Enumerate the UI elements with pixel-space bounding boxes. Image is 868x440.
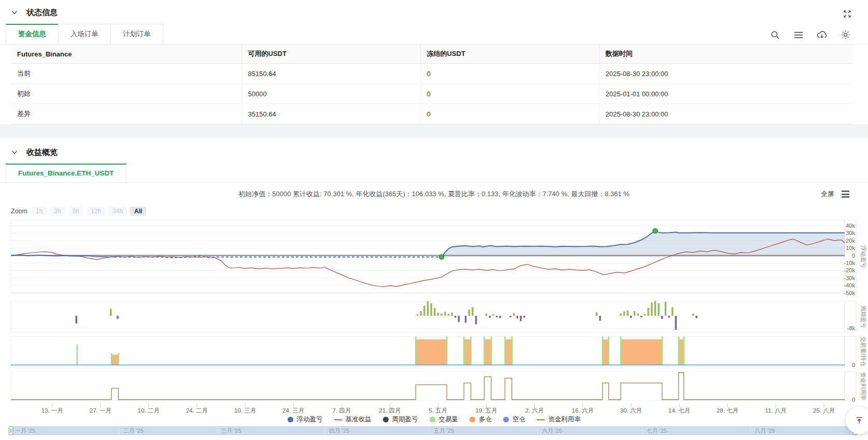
period-pnl-bar xyxy=(475,316,477,325)
x-tick-label: 7. 四月 xyxy=(332,407,351,414)
period-pnl-bar xyxy=(440,314,443,316)
x-tick-label: 24. 三月 xyxy=(282,407,304,414)
frozen-value: 0 xyxy=(420,64,599,84)
navigator-month-label: 七月 '25 xyxy=(646,428,666,434)
legend-dot-swatch xyxy=(503,417,509,422)
frozen-value: 0 xyxy=(420,104,599,124)
tab-fund-info[interactable]: 资金信息 xyxy=(6,24,59,44)
expand-icon[interactable] xyxy=(842,9,852,19)
period-pnl-bar xyxy=(647,308,649,316)
period-pnl-bar xyxy=(489,316,491,318)
zoom-12h[interactable]: 12h xyxy=(87,207,105,216)
tab-planned-orders[interactable]: 计划订单 xyxy=(110,24,163,44)
profit-chart[interactable]: 浮动盈亏周期盈亏交易量/持仓资金利用率40k30k20k10k0-10k-20k… xyxy=(0,206,868,440)
chart-legend: 浮动盈亏 基准收益 周期盈亏 交易量 多仓 空仓 资金利用率 xyxy=(0,415,868,424)
cloud-download-icon[interactable] xyxy=(817,30,827,40)
axis-title: 交易量/持仓 xyxy=(860,336,866,366)
menu-icon[interactable] xyxy=(793,30,804,40)
period-pnl-bar xyxy=(644,314,646,316)
y-tick-label: -30k xyxy=(844,275,856,281)
period-pnl-bar xyxy=(692,314,694,316)
y-tick-label: -20k xyxy=(844,267,856,273)
time-value: 2025-01-01 00:00:00 xyxy=(599,84,853,104)
zoom-24h[interactable]: 24h xyxy=(108,207,127,216)
period-pnl-bar xyxy=(468,310,471,316)
period-pnl-bar xyxy=(596,312,598,316)
period-pnl-bar xyxy=(423,306,425,316)
status-section-title: 状态信息 xyxy=(26,8,58,18)
table-row-current: 当前 85150.64 0 2025-08-30 23:00:00 xyxy=(11,64,853,84)
chart-context-menu-icon[interactable] xyxy=(841,189,850,199)
x-tick-label: 19. 五月 xyxy=(475,407,497,414)
legend-volume[interactable]: 交易量 xyxy=(430,415,459,424)
x-tick-label: 21. 四月 xyxy=(379,407,401,414)
back-to-top-button[interactable] xyxy=(846,407,868,434)
y-tick-label: 40k xyxy=(846,223,855,229)
axis-title: 周期盈亏 xyxy=(860,305,866,328)
x-tick-label: 10. 二月 xyxy=(138,407,160,414)
zoom-1h[interactable]: 1h xyxy=(32,207,47,216)
period-pnl-bar xyxy=(472,307,474,316)
period-pnl-bar xyxy=(641,316,643,317)
legend-dot-swatch xyxy=(469,417,475,422)
axis-title: 资金利用率 xyxy=(860,372,866,401)
tab-symbol[interactable]: Futures_Binance.ETH_USDT xyxy=(6,164,126,182)
period-pnl-bar xyxy=(444,312,446,316)
period-pnl-bar xyxy=(492,314,494,316)
performance-stats: 初始净值：50000 累计收益: 70.301 %, 年化收益(365天)：10… xyxy=(238,189,629,199)
event-marker[interactable] xyxy=(653,228,658,233)
period-pnl-bar xyxy=(665,302,667,316)
legend-period-pnl[interactable]: 周期盈亏 xyxy=(383,415,418,424)
legend-dot-swatch xyxy=(288,417,293,422)
x-tick-label: 14. 七月 xyxy=(668,407,690,414)
period-pnl-bar xyxy=(523,316,525,318)
navigator-month-label: 八月 '25 xyxy=(755,428,775,434)
period-pnl-bar xyxy=(675,316,677,330)
x-tick-label: 24. 二月 xyxy=(186,407,208,414)
navigator-left-handle[interactable] xyxy=(9,427,13,435)
utilization-line xyxy=(11,373,845,400)
float-pnl-area xyxy=(442,231,845,257)
navigator-month-label: 五月 '25 xyxy=(434,428,454,434)
period-pnl-bar xyxy=(454,316,457,318)
axis-title: 浮动盈亏 xyxy=(860,245,866,268)
profit-section-title: 收益概览 xyxy=(26,148,58,157)
profit-card: 收益概览 Futures_Binance.ETH_USDT 初始净值：50000… xyxy=(0,138,868,440)
y-tick-label: 30k xyxy=(846,230,855,236)
period-pnl-bar xyxy=(627,311,629,316)
period-pnl-bar xyxy=(630,316,632,318)
zoom-3h[interactable]: 3h xyxy=(50,207,65,216)
period-pnl-bar xyxy=(520,316,522,321)
settings-gear-icon[interactable] xyxy=(840,30,850,40)
legend-benchmark[interactable]: 基准收益 xyxy=(334,415,372,424)
col-frozen: 冻结的USDT xyxy=(420,45,599,64)
period-pnl-bar xyxy=(110,309,112,316)
event-marker[interactable] xyxy=(439,255,444,259)
time-value: 2025-08-30 23:00:00 xyxy=(599,64,853,84)
x-tick-label: 13. 一月 xyxy=(41,407,63,414)
tab-entry-orders[interactable]: 入场订单 xyxy=(58,24,111,44)
table-row-diff: 差异 35150.64 0 2025-08-30 23:00:00 xyxy=(11,104,853,124)
legend-short[interactable]: 空仓 xyxy=(503,415,525,424)
legend-utilization[interactable]: 资金利用率 xyxy=(537,415,581,424)
frozen-value: 0 xyxy=(420,84,599,104)
period-pnl-bar xyxy=(623,312,625,316)
period-pnl-bar xyxy=(117,316,119,319)
fullscreen-button[interactable]: 全屏 xyxy=(821,189,834,199)
y-tick-label: 0 xyxy=(852,362,855,368)
float-pnl-dashed xyxy=(115,256,442,257)
zoom-8h[interactable]: 8h xyxy=(68,207,83,216)
zoom-all[interactable]: All xyxy=(130,207,146,216)
legend-float-pnl[interactable]: 浮动盈亏 xyxy=(288,415,323,424)
row-label[interactable]: 当前 xyxy=(11,64,241,84)
long-position-block xyxy=(485,340,491,365)
collapse-chevron-icon[interactable] xyxy=(9,147,20,157)
panel-frame xyxy=(11,372,845,401)
long-position-block xyxy=(679,340,684,365)
legend-long[interactable]: 多仓 xyxy=(469,415,492,424)
search-icon[interactable] xyxy=(770,30,780,40)
navigator-month-label: 一月 '25 xyxy=(15,428,35,434)
time-value: 2025-08-30 23:00:00 xyxy=(599,104,853,124)
period-pnl-bar xyxy=(417,314,419,316)
collapse-chevron-icon[interactable] xyxy=(9,7,20,18)
